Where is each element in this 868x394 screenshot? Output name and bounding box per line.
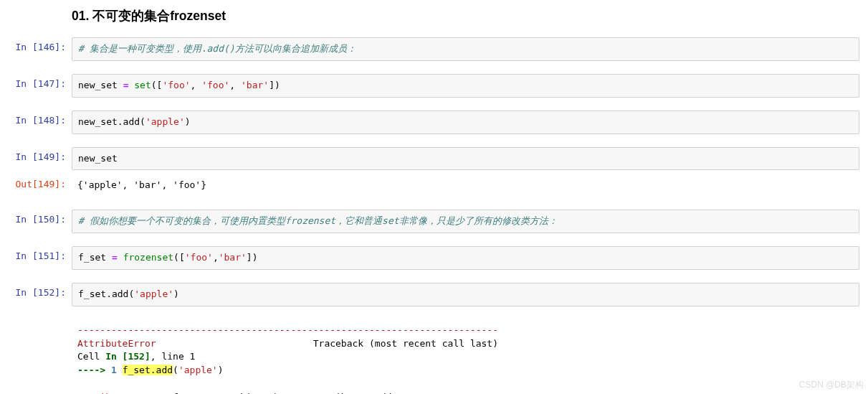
- code-token: ,: [229, 80, 241, 90]
- in-prompt: In [149]:: [0, 147, 72, 162]
- input-row: In [146]:# 集合是一种可变类型，使用.add()方法可以向集合追加新成…: [0, 37, 868, 61]
- input-row: In [149]:new_set: [0, 147, 868, 171]
- code-input[interactable]: # 集合是一种可变类型，使用.add()方法可以向集合追加新成员：: [72, 37, 859, 61]
- code-token: ,: [191, 80, 202, 90]
- code-token: 'foo': [185, 252, 213, 263]
- code-input[interactable]: new_set = set(['foo', 'foo', 'bar']): [72, 74, 859, 98]
- traceback-label: Traceback (most recent call last): [313, 338, 498, 349]
- in-prompt: In [146]:: [0, 37, 72, 52]
- notebook: 01. 不可变的集合frozenset In [146]:# 集合是一种可变类型…: [0, 0, 868, 394]
- input-row: In [152]:f_set.add('apple'): [0, 283, 868, 306]
- code-token: 'foo': [201, 80, 229, 90]
- code-token: new_set: [78, 80, 123, 90]
- traceback-paren-open: (: [173, 365, 178, 375]
- code-token: f_set: [78, 252, 112, 263]
- code-input[interactable]: new_set.add('apple'): [72, 111, 859, 134]
- code-token: f_set.add(: [78, 289, 134, 299]
- traceback-gutter: [0, 319, 72, 324]
- code-token: ): [173, 289, 179, 299]
- code-token: ,: [213, 252, 219, 263]
- code-token: # 集合是一种可变类型，使用.add()方法可以向集合追加新成员：: [78, 43, 356, 54]
- traceback-output: ----------------------------------------…: [72, 319, 859, 394]
- heading-gutter: [0, 0, 72, 37]
- code-token: 'bar': [219, 252, 247, 263]
- input-row: In [148]:new_set.add('apple'): [0, 111, 868, 134]
- code-input[interactable]: # 假如你想要一个不可变的集合，可使用内置类型frozenset，它和普通set…: [72, 210, 859, 233]
- in-prompt: In [152]:: [0, 283, 72, 298]
- traceback-highlight: f_set.add: [123, 365, 173, 375]
- code-token: ([: [173, 252, 185, 263]
- in-prompt: In [150]:: [0, 210, 72, 225]
- code-input[interactable]: f_set = frozenset(['foo','bar']): [72, 246, 859, 270]
- input-row: In [151]:f_set = frozenset(['foo','bar']…: [0, 246, 868, 270]
- output-text: {'apple', 'bar', 'foo'}: [72, 174, 859, 197]
- code-token: =: [112, 252, 118, 263]
- code-token: 'apple': [134, 289, 173, 299]
- traceback-cell-in: In [152]: [105, 351, 151, 362]
- code-token: 'foo': [162, 80, 190, 90]
- traceback-cell-pre: Cell: [77, 351, 105, 362]
- section-heading: 01. 不可变的集合frozenset: [72, 7, 226, 24]
- code-input[interactable]: f_set.add('apple'): [72, 283, 859, 306]
- code-token: # 假如你想要一个不可变的集合，可使用内置类型frozenset，它和普通set…: [78, 215, 558, 226]
- traceback-arrow: ---->: [77, 365, 111, 375]
- traceback-separator: ----------------------------------------…: [77, 324, 498, 335]
- traceback-paren-close: ): [218, 365, 224, 375]
- traceback-arg-str: 'apple': [178, 365, 218, 375]
- in-prompt: In [147]:: [0, 74, 72, 89]
- traceback-errname: AttributeError: [77, 338, 156, 349]
- code-input[interactable]: new_set: [72, 147, 859, 171]
- code-token: set: [134, 80, 151, 90]
- code-token: 'bar': [241, 80, 269, 90]
- code-token: 'apple': [146, 116, 185, 127]
- code-token: ([: [151, 80, 163, 90]
- code-token: frozenset: [123, 252, 173, 263]
- traceback-lineno: 1: [111, 365, 117, 375]
- in-prompt: In [151]:: [0, 246, 72, 261]
- code-token: ]): [269, 80, 280, 90]
- cells-container: In [146]:# 集合是一种可变类型，使用.add()方法可以向集合追加新成…: [0, 37, 868, 319]
- out-prompt: Out[149]:: [0, 174, 72, 189]
- code-token: [118, 252, 123, 263]
- input-row: In [147]:new_set = set(['foo', 'foo', 'b…: [0, 74, 868, 98]
- code-token: ]): [247, 252, 258, 263]
- code-token: ): [185, 116, 191, 127]
- output-row: Out[149]:{'apple', 'bar', 'foo'}: [0, 174, 868, 197]
- code-token: new_set.add(: [78, 116, 146, 127]
- traceback-cell-post: , line 1: [151, 351, 196, 362]
- code-token: new_set: [78, 153, 118, 164]
- traceback-row: ----------------------------------------…: [0, 319, 868, 394]
- in-prompt: In [148]:: [0, 111, 72, 126]
- input-row: In [150]:# 假如你想要一个不可变的集合，可使用内置类型frozense…: [0, 210, 868, 233]
